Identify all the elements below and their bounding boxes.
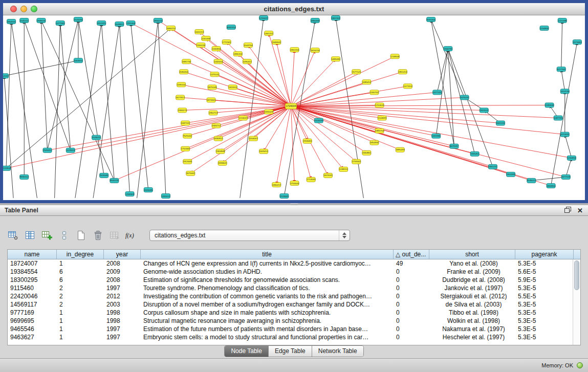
graph-node[interactable]: 1913443	[183, 159, 192, 164]
graph-node[interactable]: 1518435	[314, 118, 323, 123]
window-titlebar[interactable]: citations_edges.txt	[3, 3, 585, 15]
graph-node[interactable]: 8181304	[427, 17, 436, 22]
graph-node[interactable]: 9245012	[527, 178, 536, 183]
graph-node[interactable]: 1087743	[554, 116, 563, 120]
graph-node[interactable]: 1873341	[207, 98, 216, 102]
graph-node[interactable]: 1648812	[115, 22, 124, 27]
column-header-name[interactable]: name	[8, 250, 57, 259]
graph-node[interactable]: 9505135	[110, 178, 119, 183]
graph-node[interactable]: 1675441	[186, 171, 195, 176]
graph-node[interactable]: 8592314	[227, 25, 236, 30]
graph-node[interactable]: 1221398	[558, 18, 567, 23]
table-selector-dropdown[interactable]: citations_edges.txt	[149, 230, 350, 241]
graph-node[interactable]: 1216021	[238, 116, 248, 120]
scrollbar-thumb[interactable]	[574, 260, 579, 290]
graph-node[interactable]: 1950713	[209, 111, 218, 115]
graph-node[interactable]: 1518445	[280, 193, 289, 198]
graph-node[interactable]: 1935401	[470, 151, 480, 156]
graph-node[interactable]: 1212533	[3, 74, 9, 78]
graph-node[interactable]: 1944794	[444, 47, 453, 51]
graph-node[interactable]: 1830029	[265, 110, 274, 114]
new-table-icon[interactable]	[74, 229, 88, 242]
graph-node[interactable]: 1602469	[507, 172, 516, 177]
graph-node[interactable]: 2261058	[202, 36, 211, 41]
graph-node[interactable]: 1442004	[214, 59, 223, 64]
graph-node[interactable]: 9590514	[20, 174, 29, 179]
row-options-icon[interactable]	[57, 229, 71, 242]
graph-node[interactable]: 1601213	[195, 30, 204, 34]
graph-node[interactable]: 1961302	[331, 16, 340, 20]
graph-node[interactable]: 1258309	[125, 191, 135, 196]
delete-table-icon[interactable]	[91, 229, 105, 242]
graph-node[interactable]: 2204007	[249, 136, 258, 141]
graph-node[interactable]: 2526051	[43, 148, 52, 152]
graph-node[interactable]: 1414134	[560, 89, 570, 94]
table-row[interactable]: 911546021997Tourette syndrome. Phenomeno…	[8, 284, 580, 292]
graph-node[interactable]: 2045113	[20, 18, 29, 23]
column-header-title[interactable]: title	[141, 250, 394, 259]
graph-node[interactable]: 1836641	[218, 161, 227, 165]
graph-node[interactable]: 1685414	[362, 80, 372, 84]
minimize-window-icon[interactable]	[20, 6, 27, 12]
graph-node[interactable]: 1724004	[285, 103, 296, 109]
column-header-out-de-[interactable]: △ out_de...	[394, 250, 429, 259]
graph-node[interactable]: 1605412	[259, 149, 269, 154]
graph-node[interactable]: 7625442	[183, 134, 192, 138]
graph-node[interactable]: 1854932	[370, 140, 379, 145]
graph-node[interactable]: 1918455	[303, 139, 312, 143]
graph-node[interactable]: 1912475	[97, 21, 106, 26]
graph-node[interactable]: 1679192	[460, 95, 469, 100]
graph-node[interactable]: 2087131	[181, 121, 190, 125]
graph-node[interactable]: 1255437	[259, 16, 269, 20]
graph-node[interactable]: 1677105	[561, 174, 571, 179]
graph-node[interactable]: 1090412	[243, 59, 252, 64]
tab-edge-table[interactable]: Edge Table	[269, 346, 312, 357]
function-builder-icon[interactable]: f(x)	[124, 229, 139, 242]
graph-node[interactable]: 1973463	[573, 40, 582, 45]
graph-node[interactable]: 1680214	[166, 26, 176, 31]
graph-node[interactable]: 1830124	[154, 18, 163, 23]
graph-node[interactable]: 1895754	[375, 128, 384, 133]
table-row[interactable]: 946554611997Estimation of the future num…	[8, 325, 580, 333]
table-row[interactable]: 946362711997Embryonic stem cells: a mode…	[8, 333, 580, 341]
table-row[interactable]: 1938455462009Genome-wide association stu…	[8, 268, 580, 276]
graph-node[interactable]: 1753044	[290, 181, 299, 185]
float-panel-icon[interactable]	[564, 206, 571, 215]
table-row[interactable]: 1872400712008Changes of HCN gene express…	[8, 259, 580, 268]
tab-node-table[interactable]: Node Table	[225, 346, 269, 357]
graph-node[interactable]: 2240834	[212, 47, 221, 51]
graph-node[interactable]: 1752440	[181, 146, 190, 151]
close-panel-icon[interactable]: ✕	[577, 207, 583, 214]
table-row[interactable]: 1830029562008Estimation of significance …	[8, 276, 580, 284]
graph-node[interactable]: 1248151	[339, 167, 349, 171]
table-settings-icon[interactable]	[6, 229, 20, 242]
graph-node[interactable]: 1895493	[396, 147, 405, 152]
graph-node[interactable]: 1875149	[208, 85, 217, 90]
column-header-short[interactable]: short	[429, 250, 515, 259]
graph-node[interactable]: 1864531	[7, 19, 16, 24]
graph-node[interactable]: 1677917	[176, 95, 185, 100]
graph-node[interactable]: 2063310	[74, 58, 83, 63]
graph-node[interactable]: 1160742	[370, 90, 379, 95]
graph-node[interactable]: 1660861	[362, 150, 372, 155]
graph-node[interactable]: 1830912	[214, 136, 223, 141]
close-window-icon[interactable]	[10, 6, 17, 12]
graph-node[interactable]: 1981316	[233, 52, 243, 56]
graph-node[interactable]: 1938216	[37, 18, 46, 23]
graph-node[interactable]: 1463366	[432, 134, 441, 138]
graph-node[interactable]: 1526019	[92, 135, 101, 140]
graph-node[interactable]: 2141034	[74, 17, 83, 22]
graph-node[interactable]: 1185102	[177, 82, 186, 87]
graph-node[interactable]: 1841211	[488, 164, 497, 169]
network-graph-canvas[interactable]: 1864531204511319382161477265214103419124…	[3, 15, 585, 200]
graph-node[interactable]: 2026085	[144, 187, 153, 192]
graph-node[interactable]: 1129205	[66, 148, 75, 152]
graph-node[interactable]: 1595838	[545, 103, 554, 107]
graph-node[interactable]: 1616216	[311, 48, 320, 53]
zoom-window-icon[interactable]	[31, 6, 37, 12]
graph-node[interactable]: 1144693	[378, 116, 387, 120]
column-header-pagerank[interactable]: pagerank	[515, 250, 574, 259]
graph-node[interactable]: 1377197	[433, 90, 442, 95]
graph-node[interactable]: 1477265	[56, 21, 65, 26]
vertical-scrollbar[interactable]	[573, 259, 580, 345]
